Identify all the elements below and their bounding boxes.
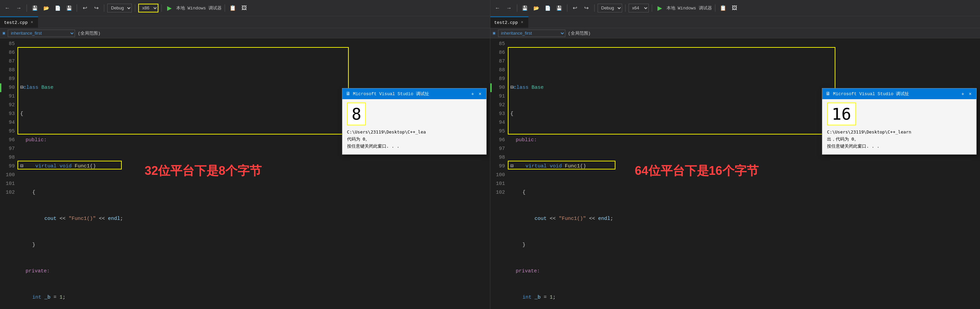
new-btn-right[interactable]: 📄: [543, 3, 552, 13]
debug-mode-dropdown-right[interactable]: Debug: [598, 4, 622, 13]
code-line-90-right: {: [508, 188, 980, 197]
platform-dropdown-right[interactable]: x64 x86: [628, 4, 649, 13]
ln-90-right: 90: [490, 83, 505, 92]
clipboard-btn[interactable]: 📋: [228, 3, 237, 13]
clipboard-btn-right[interactable]: 📋: [718, 3, 728, 13]
ln-96-left: 96: [0, 136, 15, 145]
left-dialog-title-left: 🖥 Microsoft Visual Studio 调试扯: [346, 91, 429, 97]
ln-94-left: 94: [0, 118, 15, 127]
left-dialog-add[interactable]: +: [469, 91, 476, 97]
ln-88-right: 88: [490, 66, 505, 75]
fwd-btn[interactable]: →: [14, 3, 24, 13]
ln-91-right: 91: [490, 92, 505, 101]
left-code-area: 85 86 87 88 89 90 91 92 93 94 95 96 97 9…: [0, 38, 490, 309]
run-btn-left[interactable]: ▶: [165, 3, 174, 13]
save2-btn-right[interactable]: 💾: [555, 3, 564, 13]
code-line-93-right: private:: [508, 267, 980, 276]
ln-92-left: 92: [0, 101, 15, 110]
ln-85-left: 85: [0, 40, 15, 48]
redo-btn-right[interactable]: ↪: [582, 3, 591, 13]
ln-102-left: 102: [0, 188, 15, 197]
global-scope-label-left: (全局范围): [78, 30, 100, 36]
code-line-91-right: cout << "Func1()" << endl;: [508, 215, 980, 223]
open-btn[interactable]: 📂: [41, 3, 51, 13]
right-dialog-msg1: 出，代码为 0。: [827, 136, 972, 143]
code-line-92-right: }: [508, 241, 980, 250]
ln-87-right: 87: [490, 57, 505, 66]
right-code-area: 85 86 87 88 89 90 91 92 93 94 95 96 97 9…: [490, 38, 980, 309]
left-tab-bar: test2.cpp ×: [0, 16, 490, 28]
ln-90-left: 90: [0, 83, 15, 92]
redo-btn[interactable]: ↪: [91, 3, 101, 13]
right-toolbar: ← → 💾 📂 📄 💾 ↩ ↪ Debug x64 x86 ▶ 本地 Windo…: [490, 0, 980, 16]
left-ide-panel: ← → 💾 📂 📄 💾 ↩ ↪ Debug x86 x64 ▶ 本地 Windo…: [0, 0, 490, 309]
ln-91-left: 91: [0, 92, 15, 101]
sep3: [104, 4, 104, 12]
save-btn[interactable]: 💾: [30, 3, 39, 13]
code-line-94-left: int _b = 1;: [18, 293, 490, 302]
tab-close-right[interactable]: ×: [520, 20, 524, 25]
save2-btn[interactable]: 💾: [64, 3, 74, 13]
ln-94-right: 94: [490, 118, 505, 127]
ln-92-right: 92: [490, 101, 505, 110]
ln-101-left: 101: [0, 180, 15, 188]
scope-dropdown-right[interactable]: inheritance_first: [498, 30, 565, 37]
run-btn-right[interactable]: ▶: [655, 3, 665, 13]
left-code-content[interactable]: ⊟class Base { public: ⊟ virtual void Fun…: [18, 38, 490, 309]
scope-icon-right: ▣: [493, 30, 495, 36]
left-dialog: 🖥 Microsoft Visual Studio 调试扯 + × 8 C:\U…: [342, 88, 487, 154]
sep1: [27, 4, 27, 12]
sep2r: [567, 4, 567, 12]
code-line-89-left: ⊟ virtual void Func1(): [18, 162, 490, 171]
scope-icon-left: ▣: [3, 30, 5, 36]
left-scope-bar: ▣ inheritance_first (全局范围): [0, 28, 490, 38]
undo-btn[interactable]: ↩: [80, 3, 89, 13]
right-dialog-msg2: 按任意键关闭此窗口. . .: [827, 143, 972, 150]
ln-97-right: 97: [490, 145, 505, 153]
right-dialog-title-left: 🖥 Microsoft Visual Studio 调试扯: [826, 91, 909, 97]
back-btn[interactable]: ←: [3, 3, 12, 13]
ln-85-right: 85: [490, 40, 505, 48]
screenshot-btn[interactable]: 🖼: [239, 3, 249, 13]
right-code-content[interactable]: ⊟class Base { public: ⊟ virtual void Fun…: [508, 38, 980, 309]
ln-86-left: 86: [0, 48, 15, 57]
platform-dropdown-left[interactable]: x86 x64: [138, 4, 158, 13]
left-dialog-close[interactable]: ×: [477, 91, 483, 97]
ln-99-left: 99: [0, 162, 15, 171]
left-dialog-title-text: Microsoft Visual Studio 调试扯: [353, 91, 429, 97]
ln-87-left: 87: [0, 57, 15, 66]
screenshot-btn-right[interactable]: 🖼: [730, 3, 739, 13]
tab-filename-right: test2.cpp: [494, 20, 518, 25]
sep4: [135, 4, 135, 12]
left-dialog-body: 8 C:\Users\23119\Desktop\C++_lea 代码为 0。 …: [342, 99, 486, 154]
back-btn-right[interactable]: ←: [493, 3, 503, 13]
right-scope-bar: ▣ inheritance_first (全局范围): [490, 28, 980, 38]
fwd-btn-right[interactable]: →: [504, 3, 514, 13]
tab-filename-left: test2.cpp: [4, 20, 27, 25]
debug-mode-dropdown[interactable]: Debug: [107, 4, 132, 13]
ln-98-right: 98: [490, 153, 505, 162]
sep5: [161, 4, 162, 12]
scope-dropdown-left[interactable]: inheritance_first: [8, 30, 75, 37]
tab-test2-left[interactable]: test2.cpp ×: [0, 16, 38, 28]
undo-btn-right[interactable]: ↩: [570, 3, 580, 13]
right-dialog-body: 16 C:\Users\23119\Desktop\C++_learn 出，代码…: [822, 99, 976, 154]
new-btn[interactable]: 📄: [53, 3, 62, 13]
right-dialog-path: C:\Users\23119\Desktop\C++_learn: [827, 129, 972, 136]
right-line-numbers: 85 86 87 88 89 90 91 92 93 94 95 96 97 9…: [490, 38, 508, 309]
ln-99-right: 99: [490, 162, 505, 171]
tab-close-left[interactable]: ×: [30, 20, 34, 25]
left-dialog-msg2: 按任意键关闭此窗口. . .: [347, 143, 482, 150]
code-line-91-left: cout << "Func1()" << endl;: [18, 215, 490, 223]
right-dialog-add[interactable]: +: [959, 91, 966, 97]
save-btn-right[interactable]: 💾: [520, 3, 530, 13]
open-btn-right[interactable]: 📂: [532, 3, 541, 13]
debugger-label-left: 本地 Windows 调试器: [176, 5, 222, 11]
code-line-90-left: {: [18, 188, 490, 197]
ln-98-left: 98: [0, 153, 15, 162]
debugger-label-right: 本地 Windows 调试器: [667, 5, 712, 11]
tab-test2-right[interactable]: test2.cpp ×: [490, 16, 528, 28]
right-green-indicator: [490, 83, 492, 92]
right-dialog-close[interactable]: ×: [967, 91, 973, 97]
ln-102-right: 102: [490, 188, 505, 197]
